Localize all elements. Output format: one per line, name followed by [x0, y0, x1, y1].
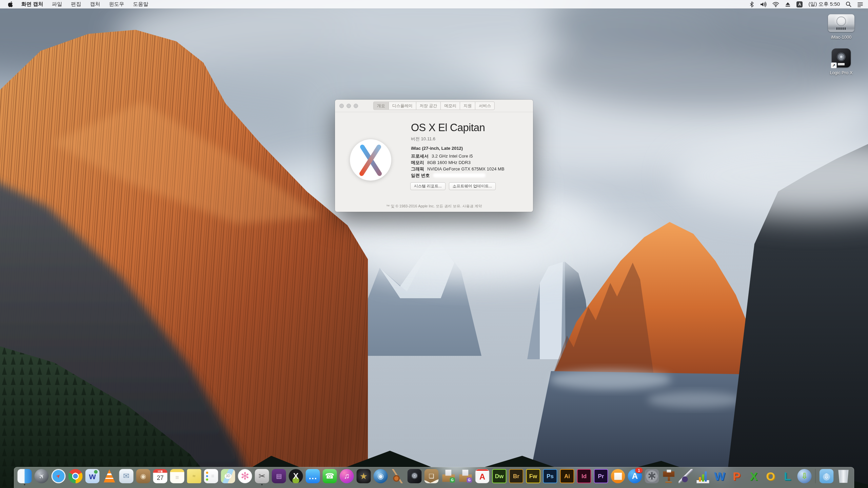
dvd-player-glyph: ◉ [377, 472, 384, 480]
app-store-dock-item[interactable]: A1 [628, 469, 642, 485]
outlook-icon: O [764, 469, 778, 483]
bridge-dock-item[interactable]: Br [509, 469, 524, 485]
photos-glyph: ✻ [241, 471, 249, 481]
facetime-dock-item[interactable]: ☎ [323, 469, 337, 485]
menu-item-4[interactable]: 윈도우 [109, 1, 124, 7]
messages-dock-item[interactable]: … [306, 469, 320, 485]
powerpoint-glyph: P [733, 470, 741, 482]
contacts-glyph: ◉ [140, 473, 146, 480]
tab-2[interactable]: 저장 공간 [416, 102, 441, 110]
imovie-dock-item[interactable]: ★ [357, 469, 371, 485]
fireworks-dock-item[interactable]: Fw [526, 469, 540, 485]
archive-compressor-dock-item[interactable]: G [458, 469, 473, 485]
tab-3[interactable]: 메모리 [441, 102, 460, 110]
dreamweaver-dock-item[interactable]: Dw [492, 469, 507, 485]
x-media-dock-item[interactable]: X [289, 469, 303, 485]
system-report-button[interactable]: 시스템 리포트... [410, 182, 446, 190]
toast-glyph: ▤ [276, 473, 282, 479]
word-dock-item[interactable]: W [713, 469, 727, 485]
archive-expander-dock-item[interactable]: G [441, 469, 456, 485]
excel-dock-item[interactable]: X [747, 469, 761, 485]
pages-dock-item[interactable] [679, 469, 693, 485]
close-button[interactable] [339, 104, 344, 108]
menu-item-5[interactable]: 도움말 [133, 1, 148, 7]
tab-5[interactable]: 서비스 [475, 102, 494, 110]
excel-icon: X [747, 469, 761, 483]
apple-menu[interactable] [8, 1, 13, 7]
numbers-dock-item[interactable] [696, 469, 710, 485]
webhard-dock-item[interactable]: w [85, 469, 100, 485]
system-preferences-dock-item[interactable]: ✱ [645, 469, 659, 485]
downloads-folder-icon: ⇩ [820, 469, 834, 483]
traffic-lights [339, 104, 358, 108]
illustrator-dock-item[interactable]: Ai [560, 469, 574, 485]
dvd-player-dock-item[interactable]: ◉ [374, 469, 388, 485]
calendar-icon: 2712월 [153, 469, 167, 483]
menu-bar: 화면 캡처파일편집캡처윈도우도움말 A (일) 오후 5:50 [0, 0, 868, 8]
menu-item-3[interactable]: 캡처 [90, 1, 100, 7]
keynote-icon [662, 469, 676, 483]
indesign-glyph: Id [581, 473, 587, 479]
wifi-icon[interactable] [772, 2, 779, 7]
finder-dock-item[interactable] [18, 469, 32, 485]
window-titlebar[interactable]: 개요디스플레이저장 공간메모리지원서비스 [335, 100, 533, 112]
photo-collage-dock-item[interactable]: ❏ [425, 469, 439, 485]
calendar-dock-item[interactable]: 2712월 [153, 469, 167, 485]
grab-screen-capture-dock-item[interactable]: ✂ [255, 469, 269, 485]
input-source-badge[interactable]: A [796, 1, 803, 7]
tab-0[interactable]: 개요 [374, 102, 389, 110]
acrobat-reader-dock-item[interactable]: A [475, 469, 490, 485]
toast-icon: ▤ [272, 469, 286, 483]
notes-dock-item[interactable]: ≡ [170, 469, 184, 485]
trash-dock-item[interactable] [836, 469, 851, 485]
toast-dock-item[interactable]: ▤ [272, 469, 286, 485]
keynote-dock-item[interactable] [662, 469, 676, 485]
powerpoint-dock-item[interactable]: P [730, 469, 744, 485]
tab-1[interactable]: 디스플레이 [389, 102, 416, 110]
notification-center-icon[interactable] [857, 2, 863, 7]
calendar-header-text: 12월 [153, 470, 167, 473]
desktop-icon-imac-1000[interactable]: iMac-1000 [823, 14, 860, 40]
tab-4[interactable]: 지원 [460, 102, 475, 110]
zoom-button[interactable] [354, 104, 358, 108]
os-title-sub: El Capitan [438, 122, 485, 134]
software-update-button[interactable]: 소프트웨어 업데이트... [449, 182, 496, 190]
photoshop-dock-item[interactable]: Ps [543, 469, 557, 485]
ibooks-dock-item[interactable] [611, 469, 625, 485]
stickies-dock-item[interactable]: ≈ [187, 469, 201, 485]
launchpad-dock-item[interactable]: ✈ [35, 469, 49, 485]
eject-icon[interactable] [785, 2, 791, 7]
itunes-dock-item[interactable]: ♫ [340, 469, 354, 485]
mail-dock-item[interactable]: ✉ [119, 469, 134, 485]
contacts-dock-item[interactable]: ◉ [136, 469, 151, 485]
spotlight-icon[interactable] [846, 1, 851, 7]
logic-pro-dock-item[interactable] [408, 469, 422, 485]
downloads-folder-dock-item[interactable]: ⇩ [820, 469, 834, 485]
chrome-dock-item[interactable] [68, 469, 83, 485]
menu-item-0[interactable]: 화면 캡처 [21, 1, 43, 7]
notes-glyph: ≡ [175, 474, 179, 481]
volume-icon[interactable] [760, 1, 767, 7]
desktop-icon-logic-pro-x[interactable]: ↗ Logic Pro X [823, 48, 860, 75]
garageband-dock-item[interactable] [391, 469, 405, 485]
reminders-dock-item[interactable]: ≡ [204, 469, 218, 485]
photos-dock-item[interactable]: ✻ [238, 469, 252, 485]
menu-clock[interactable]: (일) 오후 5:50 [808, 1, 840, 7]
minimize-button[interactable] [347, 104, 351, 108]
downloads-folder-glyph: ⇩ [824, 473, 829, 480]
grab-screen-capture-running-indicator [261, 484, 263, 485]
outlook-dock-item[interactable]: O [764, 469, 778, 485]
premiere-dock-item[interactable]: Pr [594, 469, 608, 485]
dock: ✈➤w✉◉2712월≡≈≡3D✻✂▤X…☎♫★◉❏GGADwBrFwPsAiId… [14, 467, 854, 488]
indesign-dock-item[interactable]: Id [577, 469, 591, 485]
bluetooth-icon[interactable] [749, 1, 754, 7]
safari-dock-item[interactable]: ➤ [52, 469, 66, 485]
x-media-icon: X [289, 469, 303, 483]
maps-dock-item[interactable]: 3D [221, 469, 235, 485]
menu-item-2[interactable]: 편집 [71, 1, 81, 7]
facetime-glyph: ☎ [325, 472, 334, 480]
web-downloader-dock-item[interactable]: ⇩ [797, 469, 812, 485]
menu-item-1[interactable]: 파일 [52, 1, 62, 7]
lync-dock-item[interactable]: L [781, 469, 795, 485]
vlc-dock-item[interactable] [102, 469, 117, 485]
